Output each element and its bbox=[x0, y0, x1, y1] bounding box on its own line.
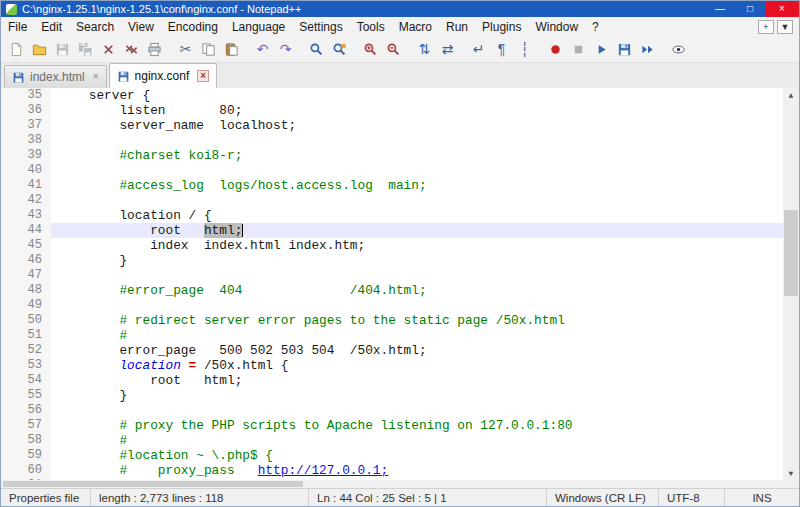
vertical-scrollbar[interactable]: ▲ ▼ bbox=[783, 88, 799, 480]
code-line-44[interactable]: 44 root html; bbox=[1, 223, 783, 238]
scroll-up-icon[interactable]: ▲ bbox=[783, 88, 799, 102]
menu-plugins[interactable]: Plugins bbox=[475, 18, 528, 36]
run-macro-multiple-times-icon[interactable] bbox=[637, 39, 658, 60]
replace-icon[interactable] bbox=[329, 39, 350, 60]
menu-help[interactable]: ? bbox=[585, 18, 606, 36]
notepad-plus-plus-icon bbox=[6, 4, 17, 15]
code-line-45[interactable]: 45 index index.html index.htm; bbox=[1, 238, 783, 253]
code-line-39[interactable]: 39 #charset koi8-r; bbox=[1, 148, 783, 163]
code-line-55[interactable]: 55 } bbox=[1, 388, 783, 403]
open-file-icon[interactable] bbox=[29, 39, 50, 60]
code-line-47[interactable]: 47 bbox=[1, 268, 783, 283]
start-recording-icon[interactable] bbox=[545, 39, 566, 60]
window-controls: — □ × bbox=[705, 1, 799, 17]
menu-window[interactable]: Window bbox=[528, 18, 585, 36]
print-icon[interactable] bbox=[144, 39, 165, 60]
tab-close-icon[interactable]: × bbox=[93, 72, 99, 82]
menu-macro[interactable]: Macro bbox=[392, 18, 439, 36]
status-encoding: UTF-8 bbox=[659, 489, 725, 506]
code-line-38[interactable]: 38 bbox=[1, 133, 783, 148]
menu-edit[interactable]: Edit bbox=[34, 18, 69, 36]
copy-icon[interactable] bbox=[198, 39, 219, 60]
menu-settings[interactable]: Settings bbox=[292, 18, 349, 36]
code-line-43[interactable]: 43 location / { bbox=[1, 208, 783, 223]
vertical-scrollbar-thumb[interactable] bbox=[784, 210, 798, 296]
code-line-35[interactable]: 35 server { bbox=[1, 88, 783, 103]
indent-guide-icon[interactable]: ┆ bbox=[514, 39, 535, 60]
playback-macro-icon[interactable] bbox=[591, 39, 612, 60]
tab-label: nginx.conf bbox=[135, 69, 190, 83]
new-file-icon[interactable] bbox=[6, 39, 27, 60]
status-insert-mode[interactable]: INS bbox=[725, 489, 799, 506]
code-line-56[interactable]: 56 bbox=[1, 403, 783, 418]
word-wrap-icon[interactable]: ↵ bbox=[468, 39, 489, 60]
tab-close-icon[interactable]: × bbox=[197, 70, 209, 82]
code-area[interactable]: 35 server {36 listen 80;37 server_name l… bbox=[1, 88, 783, 480]
line-number: 55 bbox=[1, 388, 51, 403]
line-number: 38 bbox=[1, 133, 51, 148]
undo-icon[interactable]: ↶ bbox=[252, 39, 273, 60]
sync-vertical-scrolling-icon[interactable]: ⇅ bbox=[414, 39, 435, 60]
show-all-characters-icon[interactable]: ¶ bbox=[491, 39, 512, 60]
minimize-button[interactable]: — bbox=[705, 1, 735, 17]
close-file-icon[interactable] bbox=[98, 39, 119, 60]
doc-list-button[interactable]: ▼ bbox=[777, 20, 793, 34]
code-line-50[interactable]: 50 # redirect server error pages to the … bbox=[1, 313, 783, 328]
monitoring-icon[interactable] bbox=[668, 39, 689, 60]
line-number: 44 bbox=[1, 223, 51, 238]
code-line-57[interactable]: 57 # proxy the PHP scripts to Apache lis… bbox=[1, 418, 783, 433]
sync-horizontal-scrolling-icon[interactable]: ⇄ bbox=[437, 39, 458, 60]
stop-recording-icon bbox=[568, 39, 589, 60]
code-line-54[interactable]: 54 root html; bbox=[1, 373, 783, 388]
code-line-53[interactable]: 53 location = /50x.html { bbox=[1, 358, 783, 373]
line-text: server_name localhost; bbox=[51, 118, 783, 133]
line-text: #location ~ \.php$ { bbox=[51, 448, 783, 463]
close-button[interactable]: × bbox=[765, 1, 799, 17]
line-text: # proxy the PHP scripts to Apache listen… bbox=[51, 418, 783, 433]
scroll-down-icon[interactable]: ▼ bbox=[783, 466, 799, 480]
line-number: 35 bbox=[1, 88, 51, 103]
tab-index-html[interactable]: index.html× bbox=[4, 65, 107, 88]
maximize-button[interactable]: □ bbox=[735, 1, 765, 17]
window-title: C:\nginx-1.25.1\nginx-1.25.1\conf\nginx.… bbox=[22, 3, 301, 15]
code-line-52[interactable]: 52 error_page 500 502 503 504 /50x.html; bbox=[1, 343, 783, 358]
line-number: 39 bbox=[1, 148, 51, 163]
zoom-in-icon[interactable] bbox=[360, 39, 381, 60]
find-icon[interactable] bbox=[306, 39, 327, 60]
new-tab-button[interactable]: + bbox=[758, 20, 774, 34]
code-line-42[interactable]: 42 bbox=[1, 193, 783, 208]
code-line-58[interactable]: 58 # bbox=[1, 433, 783, 448]
menu-search[interactable]: Search bbox=[69, 18, 121, 36]
code-line-46[interactable]: 46 } bbox=[1, 253, 783, 268]
code-line-36[interactable]: 36 listen 80; bbox=[1, 103, 783, 118]
save-macro-icon[interactable] bbox=[614, 39, 635, 60]
menu-file[interactable]: File bbox=[1, 18, 34, 36]
editor[interactable]: 35 server {36 listen 80;37 server_name l… bbox=[1, 88, 799, 488]
code-line-49[interactable]: 49 bbox=[1, 298, 783, 313]
paste-icon[interactable] bbox=[221, 39, 242, 60]
menu-encoding[interactable]: Encoding bbox=[161, 18, 225, 36]
close-all-icon[interactable] bbox=[121, 39, 142, 60]
line-number: 58 bbox=[1, 433, 51, 448]
code-line-40[interactable]: 40 bbox=[1, 163, 783, 178]
code-line-59[interactable]: 59 #location ~ \.php$ { bbox=[1, 448, 783, 463]
redo-icon[interactable]: ↷ bbox=[275, 39, 296, 60]
line-text: index index.html index.htm; bbox=[51, 238, 783, 253]
menu-language[interactable]: Language bbox=[225, 18, 292, 36]
menu-view[interactable]: View bbox=[121, 18, 161, 36]
code-line-41[interactable]: 41 #access_log logs/host.access.log main… bbox=[1, 178, 783, 193]
code-line-60[interactable]: 60 # proxy_pass http://127.0.0.1; bbox=[1, 463, 783, 478]
horizontal-scrollbar-thumb[interactable] bbox=[3, 481, 303, 487]
menu-run[interactable]: Run bbox=[439, 18, 475, 36]
cut-icon[interactable]: ✂ bbox=[175, 39, 196, 60]
line-text: #error_page 404 /404.html; bbox=[51, 283, 783, 298]
zoom-out-icon[interactable] bbox=[383, 39, 404, 60]
code-line-51[interactable]: 51 # bbox=[1, 328, 783, 343]
menu-tools[interactable]: Tools bbox=[350, 18, 392, 36]
line-text: location = /50x.html { bbox=[51, 358, 783, 373]
code-line-48[interactable]: 48 #error_page 404 /404.html; bbox=[1, 283, 783, 298]
code-line-37[interactable]: 37 server_name localhost; bbox=[1, 118, 783, 133]
horizontal-scrollbar[interactable] bbox=[1, 480, 783, 488]
line-text bbox=[51, 163, 783, 178]
tab-nginx-conf[interactable]: nginx.conf× bbox=[109, 63, 218, 88]
